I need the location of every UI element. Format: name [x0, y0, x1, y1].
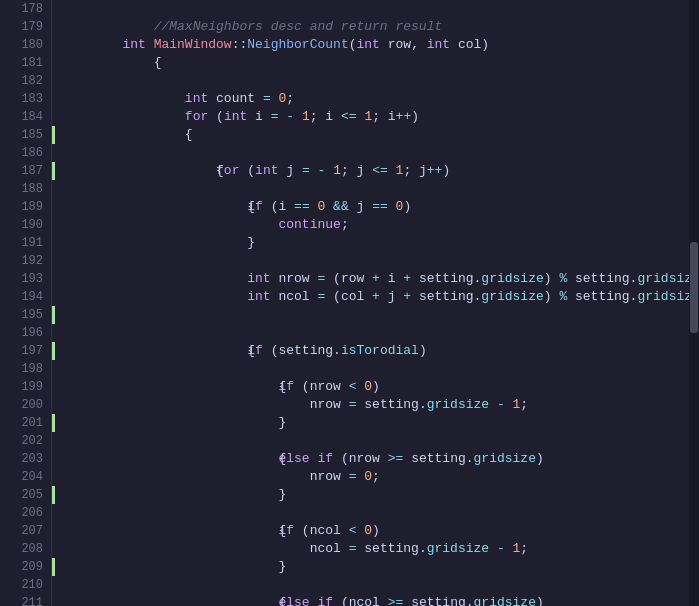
code-line-192: int nrow = (row + i + setting.gridsize) …	[52, 252, 699, 270]
ln-196: 196	[4, 324, 43, 342]
ln-198: 198	[4, 360, 43, 378]
code-line-182: int count = 0;	[52, 72, 699, 90]
ln-202: 202	[4, 432, 43, 450]
code-line-187: if (i == 0 && j == 0)	[52, 162, 699, 180]
ln-183: ⊟183	[4, 90, 43, 108]
code-line-193: int ncol = (col + j + setting.gridsize) …	[52, 270, 699, 288]
ln-181: 181	[4, 54, 43, 72]
code-line-185: for (int j = - 1; j <= 1; j++)	[52, 126, 699, 144]
ln-180: 180	[4, 36, 43, 54]
code-line-181	[52, 54, 699, 72]
ln-195: ⊟195	[4, 306, 43, 324]
ln-209: ⊟209	[4, 558, 43, 576]
ln-192: 192	[4, 252, 43, 270]
ln-208: 208	[4, 540, 43, 558]
fold-179[interactable]: ⊟	[0, 18, 2, 36]
line-numbers: 178 ⊟179 180 181 182 ⊟183 184 ⊟185 186 ⊟…	[0, 0, 52, 606]
ln-191: 191	[4, 234, 43, 252]
ln-207: 207	[4, 522, 43, 540]
ln-197: ⊟197	[4, 342, 43, 360]
code-line-190: }	[52, 216, 699, 234]
code-line-178: //MaxNeighbors desc and return result	[52, 0, 699, 18]
code-line-202: {	[52, 432, 699, 450]
code-area[interactable]: //MaxNeighbors desc and return result in…	[52, 0, 699, 606]
ln-178: 178	[4, 0, 43, 18]
code-line-197: if (nrow < 0)	[52, 342, 699, 360]
code-line-188: {	[52, 180, 699, 198]
code-line-198: {	[52, 360, 699, 378]
code-line-194	[52, 288, 699, 306]
code-line-191	[52, 234, 699, 252]
code-line-200: }	[52, 396, 699, 414]
code-line-186: {	[52, 144, 699, 162]
scrollbar[interactable]	[689, 0, 699, 606]
code-line-209: else if (ncol >= setting.gridsize)	[52, 558, 699, 576]
ln-201: ⊟201	[4, 414, 43, 432]
code-line-189: continue;	[52, 198, 699, 216]
ln-203: 203	[4, 450, 43, 468]
code-line-204: }	[52, 468, 699, 486]
fold-205[interactable]: ⊟	[0, 486, 2, 504]
fold-209[interactable]: ⊟	[0, 558, 2, 576]
ln-187: ⊟187	[4, 162, 43, 180]
ln-200: 200	[4, 396, 43, 414]
code-line-196: {	[52, 324, 699, 342]
code-line-203: nrow = 0;	[52, 450, 699, 468]
ln-211: 211	[4, 594, 43, 606]
ln-182: 182	[4, 72, 43, 90]
ln-194: 194	[4, 288, 43, 306]
ln-185: ⊟185	[4, 126, 43, 144]
fold-201[interactable]: ⊟	[0, 414, 2, 432]
ln-204: 204	[4, 468, 43, 486]
ln-188: 188	[4, 180, 43, 198]
ln-205: ⊟205	[4, 486, 43, 504]
code-editor: 178 ⊟179 180 181 182 ⊟183 184 ⊟185 186 ⊟…	[0, 0, 699, 606]
fold-187[interactable]: ⊟	[0, 162, 2, 180]
ln-184: 184	[4, 108, 43, 126]
ln-199: 199	[4, 378, 43, 396]
code-line-184: {	[52, 108, 699, 126]
code-line-201: else if (nrow >= setting.gridsize)	[52, 414, 699, 432]
code-line-199: nrow = setting.gridsize - 1;	[52, 378, 699, 396]
code-line-208: }	[52, 540, 699, 558]
code-line-179: int MainWindow::NeighborCount(int row, i…	[52, 18, 699, 36]
fold-183[interactable]: ⊟	[0, 90, 2, 108]
fold-185[interactable]: ⊟	[0, 126, 2, 144]
code-line-211: ncol = 0;	[52, 594, 699, 606]
code-line-206: {	[52, 504, 699, 522]
code-line-195: if (setting.isTorodial)	[52, 306, 699, 324]
ln-179: ⊟179	[4, 18, 43, 36]
code-line-207: ncol = setting.gridsize - 1;	[52, 522, 699, 540]
code-lines: //MaxNeighbors desc and return result in…	[52, 0, 699, 606]
code-line-205: if (ncol < 0)	[52, 486, 699, 504]
ln-210: 210	[4, 576, 43, 594]
ln-189: 189	[4, 198, 43, 216]
ln-206: 206	[4, 504, 43, 522]
code-line-180: {	[52, 36, 699, 54]
ln-186: 186	[4, 144, 43, 162]
code-line-210: {	[52, 576, 699, 594]
scrollbar-thumb[interactable]	[690, 242, 698, 333]
fold-197[interactable]: ⊟	[0, 342, 2, 360]
code-line-183: for (int i = - 1; i <= 1; i++)	[52, 90, 699, 108]
ln-190: 190	[4, 216, 43, 234]
fold-195[interactable]: ⊟	[0, 306, 2, 324]
ln-193: 193	[4, 270, 43, 288]
